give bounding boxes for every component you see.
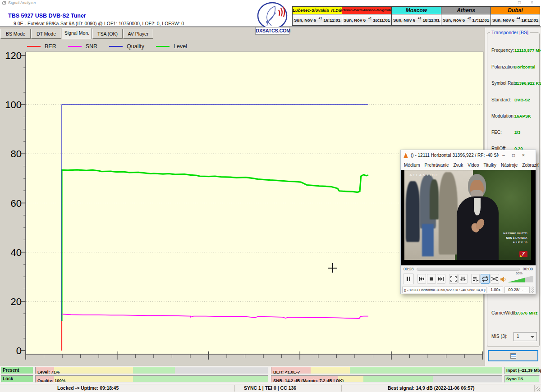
fec-value: 2/3 bbox=[514, 130, 520, 135]
vlc-menu-view[interactable]: Zobraziť bbox=[522, 163, 539, 168]
elapsed-time: 00:28 bbox=[403, 267, 414, 271]
clock-time: 17:11:01 bbox=[472, 18, 489, 23]
lock-indicator: Lock bbox=[1, 375, 33, 383]
next-button[interactable] bbox=[437, 274, 445, 284]
channel-watermark: ATLANTIDE bbox=[409, 173, 439, 177]
mis-value: 1 bbox=[517, 334, 519, 339]
vlc-title: () - 12111 Horizontal 31396,922 / RF: -4… bbox=[411, 153, 499, 158]
video-scene: ATLANTIDE MASSIMO GILETTI NON È L'ARENA … bbox=[404, 170, 531, 260]
volume-fill bbox=[508, 276, 525, 283]
playlist-button[interactable] bbox=[471, 274, 480, 284]
best-signal-status: Best signal: 14,9 dB (2022-11-06 06:57) bbox=[388, 385, 475, 391]
quality-meter: Quality: 100% bbox=[35, 375, 268, 383]
vlc-titlebar[interactable]: () - 12111 Horizontal 31396,922 / RF: -4… bbox=[401, 150, 536, 160]
mis-select[interactable]: 1 bbox=[513, 332, 537, 341]
app-title: Signal Analyzer bbox=[8, 0, 36, 5]
carrier-width-value: 37,676 MHz bbox=[514, 310, 537, 315]
clock-city-label: Moscow bbox=[392, 7, 441, 14]
vlc-menu-media[interactable]: Médium bbox=[404, 163, 420, 168]
tab-bs-mode[interactable]: BS Mode bbox=[0, 29, 31, 39]
chevron-down-icon bbox=[531, 336, 534, 338]
tab-tsa[interactable]: TSA (OK) bbox=[92, 29, 123, 39]
maximize-icon[interactable]: □ bbox=[516, 0, 523, 5]
volume-slider[interactable] bbox=[508, 276, 533, 283]
la7-logo: 7 bbox=[519, 251, 527, 257]
signal-meters: Present Level: 71% BER: <1.0E-7 Input (~… bbox=[0, 366, 541, 384]
time-indicator[interactable]: 00:28/--:-- bbox=[504, 287, 530, 293]
level-meter: Level: 71% bbox=[35, 367, 268, 374]
tab-av-player[interactable]: AV Player bbox=[123, 29, 153, 39]
legend-label: BER bbox=[45, 43, 56, 50]
clock-time: 16:11:01 bbox=[373, 18, 390, 23]
tab-signal-mon[interactable]: Signal Mon. bbox=[62, 28, 92, 39]
svg-text:20: 20 bbox=[11, 296, 22, 307]
clock-athens: Athens Sun, Nov 6+217:11:01 bbox=[441, 6, 491, 26]
legend-swatch bbox=[27, 46, 41, 47]
vlc-statusbar: () - 12111 Horizontal 31396,922 / RF: -4… bbox=[401, 285, 536, 294]
vlc-menu-playback[interactable]: Prehrávanie bbox=[425, 163, 449, 168]
clock-utc-offset: +1 bbox=[368, 17, 372, 20]
clock-city-label: Lučenec-Slovakia_R.Dávid bbox=[293, 7, 342, 14]
vlc-close-icon[interactable]: × bbox=[518, 153, 528, 158]
speaker-icon bbox=[500, 276, 506, 283]
scene-person bbox=[422, 224, 433, 256]
polarization-label: Polarization: bbox=[491, 64, 516, 69]
frequency-value: 12110,877 MHz bbox=[514, 48, 541, 53]
vlc-video-frame[interactable]: ATLANTIDE MASSIMO GILETTI NON È L'ARENA … bbox=[401, 170, 536, 265]
scene-person bbox=[406, 181, 420, 242]
promo-text: MASSIMO GILETTI NON È L'ARENA ALLE 21.15 bbox=[503, 232, 527, 245]
legend-swatch bbox=[156, 46, 170, 47]
uptime-status: Locked -> Uptime: 09:18:45 bbox=[57, 385, 119, 391]
vlc-maximize-icon[interactable]: □ bbox=[509, 153, 518, 158]
mis-label: MIS (3): bbox=[491, 334, 508, 339]
pause-button[interactable] bbox=[403, 273, 414, 284]
seek-bar[interactable] bbox=[417, 268, 520, 271]
minimize-icon[interactable]: – bbox=[502, 0, 509, 5]
logo-text: DXSATCS.COM bbox=[255, 27, 289, 35]
modulation-value: 16APSK bbox=[514, 114, 531, 119]
loop-button[interactable] bbox=[481, 274, 489, 284]
clock-utc-offset: +1 bbox=[319, 17, 322, 20]
svg-text:100: 100 bbox=[5, 99, 22, 110]
resize-grip[interactable] bbox=[531, 287, 534, 293]
close-icon[interactable]: × bbox=[528, 0, 536, 5]
previous-button[interactable] bbox=[417, 274, 426, 284]
sync-ts-indicator: Sync TS bbox=[504, 375, 540, 383]
standard-value: DVB-S2 bbox=[514, 97, 530, 102]
vlc-menu-subtitles[interactable]: Titulky bbox=[484, 163, 497, 168]
stop-button[interactable] bbox=[427, 274, 436, 284]
vlc-minimize-icon[interactable]: – bbox=[499, 153, 509, 158]
clock-time: 19:11:01 bbox=[521, 18, 538, 23]
legend-label: SNR bbox=[86, 43, 97, 50]
tab-dt-mode[interactable]: DT Mode bbox=[31, 29, 61, 39]
legend-item: Level bbox=[156, 43, 187, 50]
clock-date: Sun, Nov 6 bbox=[294, 18, 316, 23]
clock-date: Sun, Nov 6 bbox=[492, 18, 514, 23]
legend-label: Quality bbox=[127, 43, 144, 50]
svg-text:80: 80 bbox=[11, 148, 22, 160]
equalizer-button[interactable] bbox=[458, 274, 467, 284]
resize-grip[interactable] bbox=[536, 387, 540, 391]
playback-rate[interactable]: 1.00x bbox=[488, 287, 503, 293]
volume-control[interactable]: 66% bbox=[500, 276, 533, 283]
vlc-menu-audio[interactable]: Zvuk bbox=[454, 163, 463, 168]
frequency-label: Frequency: bbox=[491, 48, 514, 53]
sync-status: SYNC 1 | TEI 0 | CC 136 bbox=[244, 385, 296, 391]
symbol-rate-value: 31396,922 KS/s bbox=[514, 81, 541, 86]
legend-item: Quality bbox=[109, 43, 144, 50]
svg-text:40: 40 bbox=[11, 247, 22, 258]
tuner-subtitle: 9.0E - Eutelsat 9B/Ka-Sat 9A (ID: 0090) … bbox=[14, 21, 184, 26]
tab-bar: BS Mode DT Mode Signal Mon. TSA (OK) AV … bbox=[0, 27, 485, 40]
capture-button[interactable] bbox=[488, 350, 538, 361]
legend-swatch bbox=[109, 46, 123, 47]
tuner-title: TBS 5927 USB DVB-S2 Tuner bbox=[8, 13, 86, 19]
satellite-dish-icon bbox=[255, 2, 289, 29]
shuffle-button[interactable] bbox=[491, 274, 499, 284]
clock-date: Sun, Nov 6 bbox=[443, 18, 465, 23]
vlc-menu-tools[interactable]: Nástroje bbox=[501, 163, 518, 168]
vlc-menu-video[interactable]: Video bbox=[468, 163, 479, 168]
ber-meter: BER: <1.0E-7 bbox=[271, 367, 502, 374]
fullscreen-button[interactable] bbox=[449, 274, 458, 284]
clock-utc-offset: +4 bbox=[517, 17, 520, 20]
vlc-cone-icon bbox=[403, 153, 408, 158]
